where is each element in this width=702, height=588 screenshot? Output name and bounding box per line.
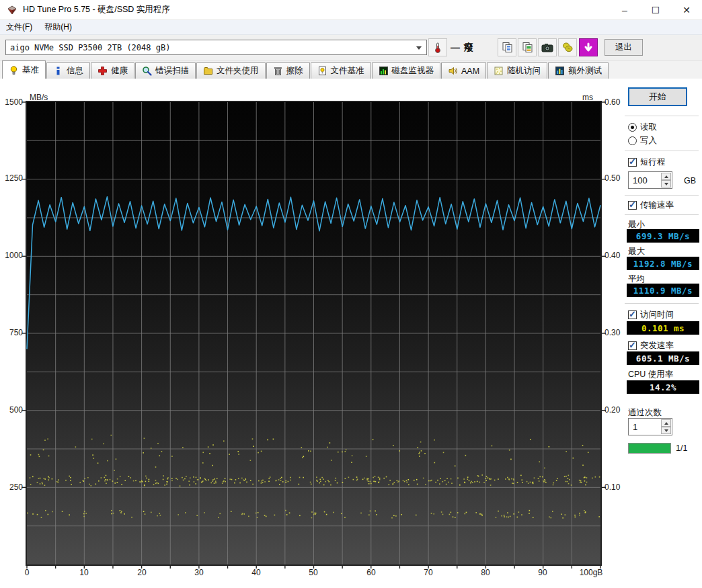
short-stroke-size-stepper[interactable]: 100 bbox=[628, 171, 672, 189]
tab-bar: 基准 信息 健康 错误扫描 文件夹使用 擦除 bbox=[0, 60, 702, 79]
temperature-unit: 癈 bbox=[464, 42, 473, 54]
screenshot-button[interactable] bbox=[538, 38, 557, 56]
copy-image-button[interactable] bbox=[518, 38, 537, 56]
stepper-down-button[interactable] bbox=[661, 180, 671, 187]
access-time-label: 访问时间 bbox=[640, 309, 674, 321]
tab-extra-tests[interactable]: 额外测试 bbox=[548, 62, 609, 79]
checkbox-checked-icon bbox=[628, 341, 637, 350]
read-radio-label: 读取 bbox=[640, 122, 657, 133]
tab-label: 文件基准 bbox=[331, 65, 364, 77]
pass-count-value: 1 bbox=[633, 422, 637, 432]
stepper-up-button[interactable] bbox=[661, 419, 671, 427]
minimize-button[interactable]: – bbox=[609, 0, 640, 20]
tab-info[interactable]: 信息 bbox=[46, 62, 90, 79]
ytick-1000: 1000 bbox=[0, 251, 23, 260]
tab-label: 额外测试 bbox=[568, 65, 602, 77]
checkbox-checked-icon bbox=[628, 310, 637, 319]
tab-label: 错误扫描 bbox=[155, 65, 189, 77]
temperature-button[interactable] bbox=[428, 38, 447, 56]
close-button[interactable]: ✕ bbox=[671, 0, 702, 20]
tab-folder-usage[interactable]: 文件夹使用 bbox=[196, 62, 266, 79]
progress-bar bbox=[628, 443, 671, 454]
menu-file[interactable]: 文件(F) bbox=[0, 20, 38, 35]
short-stroke-checkbox[interactable]: 短行程 bbox=[628, 157, 666, 168]
burst-rate-display: 605.1 MB/s bbox=[627, 351, 699, 365]
short-stroke-label: 短行程 bbox=[640, 157, 666, 168]
read-radio[interactable]: 读取 bbox=[628, 122, 657, 133]
tab-label: 磁盘监视器 bbox=[392, 65, 434, 77]
ytick-250: 250 bbox=[0, 482, 23, 492]
save-icon bbox=[561, 42, 574, 53]
plot-canvas bbox=[27, 102, 600, 564]
tab-random-access[interactable]: 随机访问 bbox=[487, 62, 547, 79]
save-results-button[interactable] bbox=[558, 38, 577, 56]
pass-count-stepper[interactable]: 1 bbox=[628, 418, 672, 435]
tab-file-benchmark[interactable]: 文件基准 bbox=[311, 62, 371, 79]
health-cross-icon bbox=[98, 66, 108, 76]
tab-label: 随机访问 bbox=[507, 65, 541, 77]
tab-erase[interactable]: 擦除 bbox=[266, 62, 310, 79]
thermometer-icon bbox=[432, 42, 443, 54]
cpu-usage-label: CPU 使用率 bbox=[628, 369, 673, 380]
bulb-icon bbox=[9, 65, 19, 75]
rtick-050: 0.50 bbox=[604, 173, 620, 183]
chevron-down-icon bbox=[416, 46, 422, 50]
rtick-020: 0.20 bbox=[604, 405, 620, 415]
ytick-500: 500 bbox=[0, 405, 23, 415]
max-value-display: 1192.8 MB/s bbox=[627, 257, 699, 270]
copy-text-button[interactable] bbox=[498, 38, 516, 56]
tab-label: AAM bbox=[461, 67, 479, 76]
folder-icon bbox=[203, 66, 213, 76]
speaker-icon bbox=[448, 66, 458, 76]
rtick-030: 0.30 bbox=[604, 328, 620, 337]
drive-select-value: aigo NVMe SSD P3500 2TB (2048 gB) bbox=[10, 43, 170, 52]
title-bar: HD Tune Pro 5.75 - 硬盘/SSD 实用程序 – ☐ ✕ bbox=[0, 0, 702, 20]
access-time-checkbox[interactable]: 访问时间 bbox=[628, 309, 674, 321]
progress-text: 1/1 bbox=[676, 444, 687, 453]
separator bbox=[625, 151, 699, 151]
xtick-90: 90 bbox=[527, 568, 558, 577]
disk-monitor-icon bbox=[379, 66, 389, 76]
toolbar: aigo NVMe SSD P3500 2TB (2048 gB) — 癈 bbox=[0, 35, 702, 60]
tab-benchmark[interactable]: 基准 bbox=[2, 60, 46, 79]
app-icon bbox=[7, 5, 17, 15]
tab-label: 信息 bbox=[67, 65, 83, 77]
transfer-rate-checkbox[interactable]: 传输速率 bbox=[628, 200, 674, 211]
camera-icon bbox=[541, 43, 553, 52]
export-button[interactable] bbox=[579, 38, 598, 56]
tab-health[interactable]: 健康 bbox=[91, 62, 134, 79]
write-radio[interactable]: 写入 bbox=[628, 135, 657, 146]
rtick-010: 0.10 bbox=[604, 482, 620, 492]
xtick-100: 100gB bbox=[576, 568, 607, 577]
progress-bar-fill bbox=[629, 444, 670, 453]
access-time-display: 0.101 ms bbox=[627, 321, 699, 335]
separator bbox=[625, 195, 699, 196]
tab-aam[interactable]: AAM bbox=[441, 62, 486, 79]
stepper-up-button[interactable] bbox=[661, 173, 671, 180]
extra-tests-icon bbox=[555, 66, 565, 76]
rtick-040: 0.40 bbox=[604, 251, 620, 260]
menu-help[interactable]: 帮助(H) bbox=[38, 20, 78, 35]
info-icon bbox=[53, 66, 63, 76]
maximize-button[interactable]: ☐ bbox=[640, 0, 671, 20]
stepper-down-button[interactable] bbox=[661, 427, 671, 434]
drive-select-dropdown[interactable]: aigo NVMe SSD P3500 2TB (2048 gB) bbox=[5, 40, 427, 55]
xtick-80: 80 bbox=[470, 568, 501, 577]
burst-rate-checkbox[interactable]: 突发速率 bbox=[628, 340, 674, 351]
trash-icon bbox=[273, 66, 283, 76]
file-benchmark-icon bbox=[317, 66, 327, 76]
tab-disk-monitor[interactable]: 磁盘监视器 bbox=[372, 62, 441, 79]
short-stroke-value: 100 bbox=[633, 175, 648, 185]
tab-error-scan[interactable]: 错误扫描 bbox=[135, 62, 196, 79]
xtick-70: 70 bbox=[413, 568, 444, 577]
xtick-0: 0 bbox=[11, 568, 42, 577]
copy-text-icon bbox=[502, 42, 513, 53]
separator bbox=[625, 116, 699, 116]
pass-count-label: 通过次数 bbox=[628, 407, 662, 419]
tab-label: 文件夹使用 bbox=[217, 65, 259, 77]
separator bbox=[625, 303, 699, 304]
exit-button[interactable]: 退出 bbox=[604, 39, 643, 56]
start-button[interactable]: 开始 bbox=[628, 87, 687, 106]
xtick-30: 30 bbox=[184, 568, 214, 577]
xtick-60: 60 bbox=[356, 568, 387, 577]
